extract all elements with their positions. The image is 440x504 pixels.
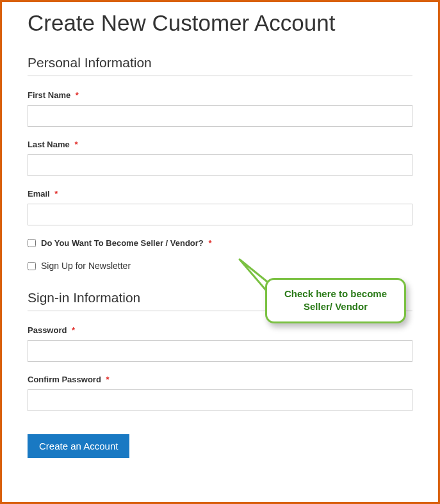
email-group: Email * (28, 189, 412, 225)
last-name-label: Last Name * (28, 140, 412, 149)
last-name-label-text: Last Name (28, 140, 70, 149)
required-asterisk: * (76, 90, 79, 100)
form-frame: Create New Customer Account Personal Inf… (0, 0, 440, 504)
confirm-password-label: Confirm Password * (28, 375, 412, 384)
required-asterisk: * (72, 325, 75, 335)
become-seller-label-text: Do You Want To Become Seller / Vendor? (41, 238, 204, 248)
password-group: Password * (28, 325, 412, 362)
first-name-input[interactable] (28, 105, 412, 127)
become-seller-checkbox[interactable] (28, 239, 36, 247)
required-asterisk: * (106, 375, 109, 384)
first-name-group: First Name * (28, 90, 412, 127)
email-label: Email * (28, 189, 412, 199)
confirm-password-input[interactable] (28, 389, 412, 411)
section-signin-title: Sign-in Information (28, 290, 412, 311)
become-seller-label: Do You Want To Become Seller / Vendor? * (41, 238, 211, 248)
required-asterisk: * (74, 140, 77, 149)
last-name-group: Last Name * (28, 140, 412, 176)
first-name-label-text: First Name (28, 90, 70, 100)
create-account-button[interactable]: Create an Account (28, 434, 129, 458)
first-name-label: First Name * (28, 90, 412, 100)
confirm-password-label-text: Confirm Password (28, 375, 101, 384)
email-label-text: Email (28, 189, 50, 199)
page-title: Create New Customer Account (28, 10, 412, 36)
required-asterisk: * (208, 238, 211, 248)
email-input[interactable] (28, 204, 412, 225)
newsletter-row: Sign Up for Newsletter (28, 261, 412, 271)
password-input[interactable] (28, 340, 412, 362)
last-name-input[interactable] (28, 154, 412, 176)
confirm-password-group: Confirm Password * (28, 375, 412, 411)
newsletter-checkbox[interactable] (28, 262, 36, 270)
become-seller-row: Do You Want To Become Seller / Vendor? * (28, 238, 412, 248)
section-personal-title: Personal Information (28, 55, 412, 76)
newsletter-label: Sign Up for Newsletter (41, 261, 131, 271)
password-label: Password * (28, 325, 412, 335)
password-label-text: Password (28, 325, 67, 335)
required-asterisk: * (54, 189, 58, 199)
